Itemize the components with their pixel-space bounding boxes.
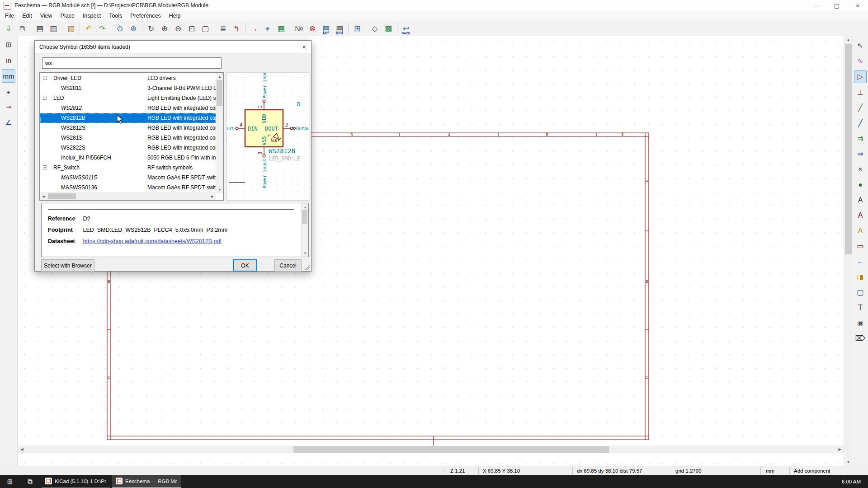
menu-edit[interactable]: Edit xyxy=(18,11,36,21)
list-item-LED[interactable]: −LEDLight Emitting Diode (LED) sy xyxy=(40,93,216,103)
page-settings-button[interactable]: ⧉ xyxy=(16,22,28,35)
scroll-left-icon[interactable]: ◀ xyxy=(40,193,47,200)
generate-netlist-button[interactable]: ▤NET xyxy=(320,22,332,35)
list-hscroll-thumb[interactable] xyxy=(48,193,76,199)
menu-view[interactable]: View xyxy=(36,11,57,21)
menu-place[interactable]: Place xyxy=(57,11,79,21)
maximize-button[interactable]: ▢ xyxy=(826,0,847,11)
list-item-WS2811[interactable]: WS28113-Channel 8-Bit PWM LED Dr xyxy=(40,83,216,93)
list-item-WS2812B[interactable]: WS2812BRGB LED with integrated cont xyxy=(40,113,216,123)
place-wire-button[interactable]: ╱ xyxy=(854,102,866,114)
net-label-button[interactable]: A xyxy=(854,194,866,206)
menu-tools[interactable]: Tools xyxy=(105,11,126,21)
cursor-shape-button[interactable]: + xyxy=(2,85,15,98)
collapse-icon[interactable]: − xyxy=(43,76,47,80)
list-item-Inolux_IN-PI556FCH[interactable]: Inolux_IN-PI556FCH5050 RGB LED 6-Pin wit… xyxy=(40,153,216,163)
scroll-right-icon[interactable]: ▶ xyxy=(209,193,216,200)
sheet-pin-button[interactable]: ◨ xyxy=(854,271,866,283)
erc-button[interactable]: ⊗ xyxy=(306,22,319,35)
start-button[interactable]: ⊞ xyxy=(0,475,20,488)
find-button[interactable]: ⊙ xyxy=(113,22,126,35)
redo-button[interactable]: ↷ xyxy=(96,22,108,35)
bus-to-bus-entry-button[interactable]: ⇛ xyxy=(854,148,866,160)
menu-preferences[interactable]: Preferences xyxy=(126,11,165,21)
plot-button[interactable]: ▥ xyxy=(47,22,60,35)
ok-button[interactable]: OK xyxy=(233,259,257,272)
paste-button[interactable]: ▧ xyxy=(65,22,77,35)
task-view-button[interactable]: ⧉ xyxy=(20,475,40,488)
scroll-up-icon[interactable]: ▲ xyxy=(844,36,853,44)
symbol-search-input[interactable] xyxy=(42,57,222,69)
annotate-button[interactable]: № xyxy=(292,22,305,35)
wire-to-bus-entry-button[interactable]: ⇉ xyxy=(854,133,866,145)
horizontal-scroll-thumb[interactable] xyxy=(293,446,609,453)
hierarchical-label-button[interactable]: A xyxy=(854,225,866,237)
zoom-in-button[interactable]: ⊕ xyxy=(158,22,171,35)
print-button[interactable]: ▤ xyxy=(33,22,46,35)
scroll-up-icon[interactable]: ▲ xyxy=(302,203,309,211)
assign-footprints-button[interactable]: → xyxy=(248,22,260,35)
menu-inspect[interactable]: Inspect xyxy=(79,11,105,21)
collapse-icon[interactable]: − xyxy=(43,165,47,169)
browse-footprints-button[interactable]: ⌖ xyxy=(261,22,274,35)
text-button[interactable]: T xyxy=(854,302,866,314)
symbol-fields-table-button[interactable]: ⊞ xyxy=(351,22,363,35)
generate-bom-button[interactable]: ▤BOM xyxy=(333,22,346,35)
vertical-scrollbar[interactable]: ▲ ▼ xyxy=(844,36,853,466)
list-item-WS2812[interactable]: WS2812RGB LED with integrated cont xyxy=(40,103,216,113)
zoom-out-button[interactable]: ⊖ xyxy=(172,22,184,35)
taskbar-eeschema-button[interactable]: Eeschema — RGB Mo... xyxy=(112,475,181,488)
dialog-title-bar[interactable]: Choose Symbol (16350 items loaded) × xyxy=(35,41,311,53)
leave-sheet-button[interactable]: ↰ xyxy=(230,22,243,35)
list-item-WS2813[interactable]: WS2813RGB LED with integrated cont xyxy=(40,133,216,143)
scroll-left-icon[interactable]: ◀ xyxy=(18,446,26,453)
place-symbol-button[interactable]: ▷ xyxy=(854,70,867,83)
list-item-MASWSS0115[interactable]: MASWSS0115Macom GaAs RF SPDT switch xyxy=(40,173,216,183)
hierarchical-sheet-button[interactable]: ▭ xyxy=(854,240,866,252)
resize-grip[interactable] xyxy=(304,264,310,270)
close-button[interactable]: × xyxy=(847,0,868,11)
minimize-button[interactable]: – xyxy=(806,0,826,11)
collapse-icon[interactable]: − xyxy=(43,96,47,100)
select-with-browser-button[interactable]: Select with Browser xyxy=(41,259,94,272)
zoom-fit-button[interactable]: ⊡ xyxy=(185,22,198,35)
delete-tool-button[interactable]: ⌦ xyxy=(854,333,866,344)
highlight-net-button[interactable]: ∿ xyxy=(854,55,866,67)
grid-toggle-button[interactable]: ⊞ xyxy=(2,38,15,51)
menu-file[interactable]: File xyxy=(1,11,18,21)
list-item-MASWSS0136[interactable]: MASWSS0136Macom GaAs RF SPDT switch xyxy=(40,183,216,192)
save-button[interactable]: ⇩ xyxy=(2,22,15,35)
back-button[interactable]: ↩BACK xyxy=(400,22,412,35)
refresh-button[interactable]: ↻ xyxy=(145,22,157,35)
scroll-down-icon[interactable]: ▼ xyxy=(844,458,853,466)
image-button[interactable]: ◉ xyxy=(854,317,866,329)
navigate-hierarchy-button[interactable]: ≣ xyxy=(217,22,229,35)
select-tool-button[interactable]: ↖ xyxy=(854,40,866,52)
scroll-down-icon[interactable]: ▼ xyxy=(216,186,223,193)
cancel-button[interactable]: Cancel xyxy=(274,259,302,272)
scroll-right-icon[interactable]: ▶ xyxy=(836,446,844,453)
footprint-editor-button[interactable]: ◇ xyxy=(368,22,381,35)
details-scroll-thumb[interactable] xyxy=(302,210,307,224)
list-item-WS2822S[interactable]: WS2822SRGB LED with integrated cont xyxy=(40,143,216,153)
details-scrollbar[interactable]: ▲ ▼ xyxy=(301,203,308,257)
graphic-polyline-button[interactable]: ▢ xyxy=(854,286,866,298)
zoom-selection-button[interactable]: ▢ xyxy=(199,22,212,35)
dialog-close-icon[interactable]: × xyxy=(297,42,311,52)
list-vertical-scrollbar[interactable]: ▲ ▼ xyxy=(216,73,223,193)
place-power-port-button[interactable]: ⊥ xyxy=(854,87,866,99)
global-label-button[interactable]: A xyxy=(854,210,866,221)
scroll-up-icon[interactable]: ▲ xyxy=(216,73,223,80)
import-sheet-pin-button[interactable]: ← xyxy=(854,256,866,267)
no-connect-flag-button[interactable]: × xyxy=(854,164,866,175)
hidden-pins-button[interactable]: ⊸ xyxy=(2,101,15,113)
wire-orientation-button[interactable]: ∠ xyxy=(2,116,15,129)
list-item-Driver_LED[interactable]: −Driver_LEDLED drivers xyxy=(40,73,216,83)
vertical-scroll-thumb[interactable] xyxy=(845,44,852,254)
junction-button[interactable]: ● xyxy=(854,179,866,191)
units-inches-button[interactable]: in xyxy=(2,54,15,66)
scroll-down-icon[interactable]: ▼ xyxy=(302,249,309,257)
list-vscroll-thumb[interactable] xyxy=(217,80,222,106)
datasheet-link[interactable]: https://cdn-shop.adafruit.com/datasheets… xyxy=(83,238,221,244)
horizontal-scrollbar[interactable]: ◀ ▶ xyxy=(18,446,844,453)
